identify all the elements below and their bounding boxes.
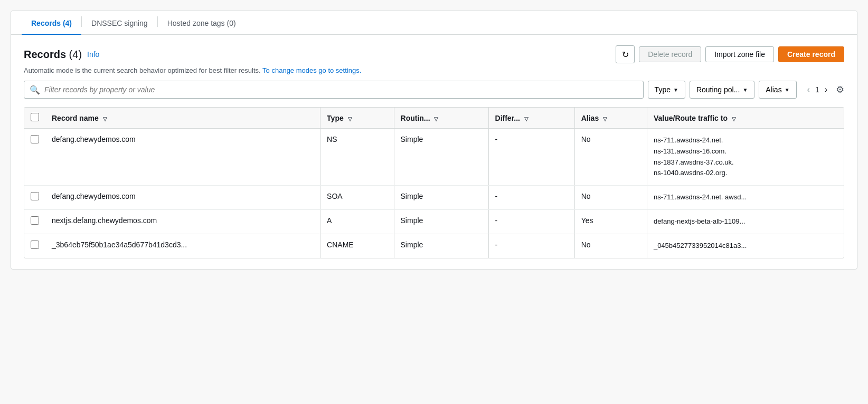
cell-alias: No xyxy=(575,129,647,186)
cell-differ: - xyxy=(489,234,574,257)
tabs-bar: Records (4) DNSSEC signing Hosted zone t… xyxy=(11,11,857,35)
cell-differ: - xyxy=(489,186,574,210)
table-row: defang.chewydemos.comNSSimple-Nons-711.a… xyxy=(24,129,844,186)
info-link[interactable]: Info xyxy=(87,50,99,59)
col-header-alias: Alias ▽ xyxy=(575,108,647,129)
prev-page-button[interactable]: ‹ xyxy=(805,84,812,95)
info-text: Automatic mode is the current search beh… xyxy=(24,66,844,74)
cell-alias: No xyxy=(575,186,647,210)
col-header-routing: Routin... ▽ xyxy=(394,108,488,129)
cell-routing: Simple xyxy=(394,186,488,210)
records-table: Record name ▽ Type ▽ Routin... ▽ xyxy=(24,107,844,258)
import-zone-file-button[interactable]: Import zone file xyxy=(705,46,774,62)
cell-type: A xyxy=(320,209,393,234)
delete-record-button[interactable]: Delete record xyxy=(639,46,701,62)
main-content: Records (4) Info ↻ Delete record Import … xyxy=(11,35,857,269)
row-checkbox[interactable] xyxy=(31,216,39,225)
cell-name: _3b64eb75f50b1ae34a5d677b41d3cd3... xyxy=(45,234,320,257)
sort-icon-type: ▽ xyxy=(348,116,352,122)
table-row: _3b64eb75f50b1ae34a5d677b41d3cd3...CNAME… xyxy=(24,234,844,257)
cell-name: nextjs.defang.chewydemos.com xyxy=(45,209,320,234)
row-checkbox[interactable] xyxy=(31,241,39,249)
sort-icon-value: ▽ xyxy=(732,116,736,122)
search-row: 🔍 Type ▼ Routing pol... ▼ Alias ▼ ‹ 1 › … xyxy=(24,81,844,99)
row-checkbox-cell xyxy=(24,234,45,257)
tab-tags[interactable]: Hosted zone tags (0) xyxy=(158,12,246,35)
cell-value: _045b4527733952014c81a3... xyxy=(647,234,844,257)
row-checkbox-cell xyxy=(24,209,45,234)
pagination: ‹ 1 › xyxy=(805,84,829,95)
routing-filter-button[interactable]: Routing pol... ▼ xyxy=(690,81,754,99)
page-number: 1 xyxy=(815,85,819,94)
change-modes-link[interactable]: To change modes go to settings. xyxy=(262,66,361,74)
cell-alias: Yes xyxy=(575,209,647,234)
tab-dnssec[interactable]: DNSSEC signing xyxy=(82,12,157,35)
next-page-button[interactable]: › xyxy=(823,84,829,95)
cell-differ: - xyxy=(489,129,574,186)
select-all-checkbox[interactable] xyxy=(31,113,39,121)
search-box: 🔍 xyxy=(24,81,644,99)
settings-icon[interactable]: ⚙ xyxy=(836,84,844,95)
header-actions: ↻ Delete record Import zone file Create … xyxy=(616,45,844,63)
col-header-differ: Differ... ▽ xyxy=(489,108,574,129)
cell-value: ns-711.awsdns-24.net.ns-131.awsdns-16.co… xyxy=(647,129,844,186)
type-filter-button[interactable]: Type ▼ xyxy=(648,81,685,99)
cell-differ: - xyxy=(489,209,574,234)
cell-name: defang.chewydemos.com xyxy=(45,186,320,210)
row-checkbox-cell xyxy=(24,129,45,186)
sort-icon-alias: ▽ xyxy=(603,116,607,122)
refresh-icon: ↻ xyxy=(622,50,629,60)
cell-value: defang-nextjs-beta-alb-1109... xyxy=(647,209,844,234)
col-header-value: Value/Route traffic to ▽ xyxy=(647,108,844,129)
cell-value: ns-711.awsdns-24.net. awsd... xyxy=(647,186,844,210)
cell-routing: Simple xyxy=(394,209,488,234)
cell-alias: No xyxy=(575,234,647,257)
cell-type: CNAME xyxy=(320,234,393,257)
type-filter-arrow: ▼ xyxy=(673,87,678,93)
routing-filter-arrow: ▼ xyxy=(742,87,748,93)
cell-routing: Simple xyxy=(394,234,488,257)
table-row: nextjs.defang.chewydemos.comASimple-Yesd… xyxy=(24,209,844,234)
sort-icon-routing: ▽ xyxy=(434,116,438,122)
col-header-name: Record name ▽ xyxy=(45,108,320,129)
row-checkbox-cell xyxy=(24,186,45,210)
sort-icon-name: ▽ xyxy=(103,116,107,122)
cell-type: SOA xyxy=(320,186,393,210)
row-checkbox[interactable] xyxy=(31,192,39,200)
search-input[interactable] xyxy=(44,85,638,94)
search-icon: 🔍 xyxy=(30,85,40,95)
cell-routing: Simple xyxy=(394,129,488,186)
cell-type: NS xyxy=(320,129,393,186)
row-checkbox[interactable] xyxy=(31,135,39,143)
refresh-button[interactable]: ↻ xyxy=(616,45,635,63)
select-all-header xyxy=(24,108,45,129)
alias-filter-arrow: ▼ xyxy=(785,87,790,93)
create-record-button[interactable]: Create record xyxy=(778,46,844,62)
header-row: Records (4) Info ↻ Delete record Import … xyxy=(24,45,844,63)
alias-filter-button[interactable]: Alias ▼ xyxy=(759,81,796,99)
tab-records[interactable]: Records (4) xyxy=(22,12,81,35)
sort-icon-differ: ▽ xyxy=(524,116,529,122)
table-row: defang.chewydemos.comSOASimple-Nons-711.… xyxy=(24,186,844,210)
cell-name: defang.chewydemos.com xyxy=(45,129,320,186)
col-header-type: Type ▽ xyxy=(320,108,393,129)
page-title: Records (4) xyxy=(24,49,82,61)
